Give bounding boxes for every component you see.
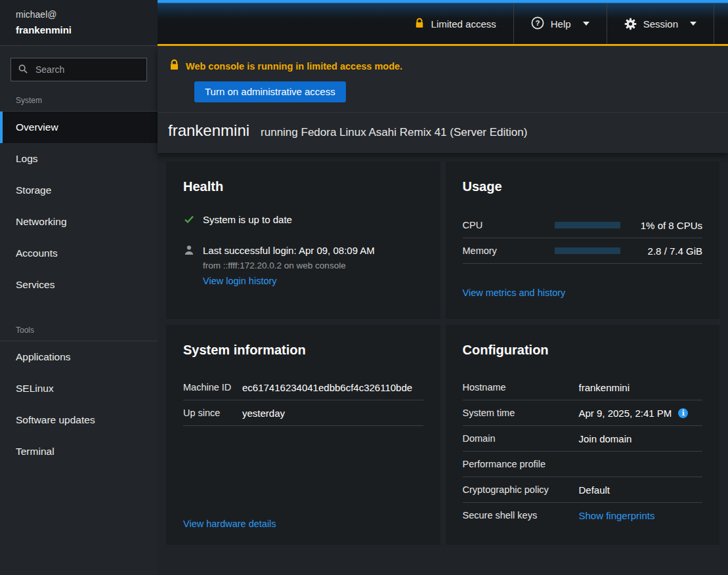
search-input[interactable] [11, 58, 147, 81]
system-time-label: System time [463, 408, 579, 418]
nav-item-label: Logs [16, 153, 38, 165]
cpu-label: CPU [463, 220, 555, 230]
memory-label: Memory [463, 245, 555, 256]
nav-item-label: Terminal [16, 446, 54, 458]
nav-item-label: Storage [16, 184, 51, 196]
sidebar-item-terminal[interactable]: Terminal [0, 436, 158, 467]
machine-id-value: ec617416234041edbb6cf4c326110bde [242, 382, 412, 393]
card-title: System information [183, 341, 423, 359]
system-info-table: Machine ID ec617416234041edbb6cf4c326110… [183, 375, 423, 426]
help-label: Help [551, 18, 571, 30]
cpu-value: 1% of 8 CPUs [620, 220, 703, 231]
nav-item-label: Applications [16, 351, 71, 363]
hostname-value: frankenmini [579, 382, 630, 393]
sidebar-item-logs[interactable]: Logs [0, 143, 158, 175]
search-icon [18, 64, 28, 76]
view-metrics-link[interactable]: View metrics and history [463, 288, 703, 298]
hostname-row: Hostname frankenmini [463, 375, 703, 400]
performance-profile-row: Performance profile [463, 452, 703, 477]
show-fingerprints-link[interactable]: Show fingerprints [579, 510, 655, 521]
turn-on-admin-access-button[interactable]: Turn on administrative access [194, 81, 346, 102]
sidebar-item-accounts[interactable]: Accounts [0, 238, 158, 269]
masthead: Limited access ? Help [158, 0, 728, 46]
ssh-keys-row: Secure shell keys Show fingerprints [463, 503, 703, 528]
nav-item-label: Accounts [16, 247, 58, 259]
view-login-history-link[interactable]: View login history [203, 276, 277, 286]
crypto-policy-row: Cryptographic policy Default [463, 477, 703, 503]
sidebar-item-applications[interactable]: Applications [0, 341, 158, 373]
crypto-policy-label: Cryptographic policy [463, 484, 579, 495]
system-time-text: Apr 9, 2025, 2:41 PM [579, 408, 672, 419]
nav-item-label: Overview [16, 121, 58, 133]
sidebar-item-overview[interactable]: Overview [0, 112, 158, 143]
domain-row: Domain Join domain [463, 426, 703, 452]
chevron-down-icon [690, 22, 696, 26]
last-login-status: Last successful login: Apr 09, 08:09 AM … [183, 244, 423, 287]
last-login-text: Last successful login: Apr 09, 08:09 AM [203, 244, 375, 257]
nav-section-title: Tools [0, 318, 158, 341]
up-since-value: yesterday [242, 408, 285, 419]
performance-profile-label: Performance profile [463, 459, 579, 469]
session-label: Session [643, 18, 678, 30]
card-title: Configuration [463, 341, 703, 359]
lock-icon [169, 59, 180, 73]
sidebar-item-software-updates[interactable]: Software updates [0, 404, 158, 436]
card-title: Usage [463, 177, 703, 196]
memory-value: 2.8 / 7.4 GiB [620, 245, 703, 257]
page-header: Web console is running in limited access… [158, 46, 728, 153]
health-card: Health System is up to date [166, 161, 440, 319]
domain-label: Domain [463, 433, 579, 444]
join-domain-action[interactable]: Join domain [579, 433, 632, 444]
limited-access-indicator[interactable]: Limited access [397, 3, 513, 44]
nav-item-label: Services [16, 279, 54, 291]
machine-id-label: Machine ID [183, 382, 242, 393]
alert-message: Web console is running in limited access… [186, 61, 402, 72]
machine-id-row: Machine ID ec617416234041edbb6cf4c326110… [183, 375, 423, 400]
usage-card: Usage CPU 1% of 8 CPUs Memory [446, 161, 720, 319]
view-hardware-details-link[interactable]: View hardware details [183, 519, 423, 529]
question-circle-icon: ? [531, 16, 544, 32]
up-since-row: Up since yesterday [183, 400, 423, 426]
cpu-usage-row: CPU 1% of 8 CPUs [463, 213, 703, 238]
hostname-label: Hostname [463, 382, 579, 393]
usage-table: CPU 1% of 8 CPUs Memory 2.8 / 7.4 GiB [463, 213, 703, 264]
sidebar-item-networking[interactable]: Networking [0, 206, 158, 238]
updates-status: System is up to date [183, 213, 423, 226]
sidebar-item-selinux[interactable]: SELinux [0, 373, 158, 404]
toolbar-divider [714, 3, 728, 44]
sidebar: michael@ frankenmini System Overview Log… [0, 0, 158, 575]
user-icon [183, 245, 194, 255]
sidebar-search [11, 58, 147, 81]
memory-progress-bar [555, 247, 620, 254]
nav-section-system: System Overview Logs Storage Networking … [0, 88, 158, 301]
session-menu[interactable]: Session [607, 3, 714, 44]
hostname-title: frankenmini [168, 121, 249, 140]
nav-item-label: Networking [16, 216, 67, 228]
help-menu[interactable]: ? Help [513, 3, 607, 44]
masthead-toolbar: Limited access ? Help [397, 3, 728, 44]
login-from-text: from ::ffff:172.20.0.2 on web console [203, 261, 375, 270]
nav-item-label: SELinux [16, 383, 54, 394]
up-to-date-text: System is up to date [203, 213, 292, 226]
configuration-card: Configuration Hostname frankenmini Syste… [446, 325, 720, 545]
nav-section-title: System [0, 88, 158, 112]
chevron-down-icon [583, 22, 589, 26]
configuration-table: Hostname frankenmini System time Apr 9, … [463, 375, 703, 528]
logged-in-user: michael@ frankenmini [0, 0, 158, 46]
memory-usage-row: Memory 2.8 / 7.4 GiB [463, 238, 703, 264]
sidebar-item-storage[interactable]: Storage [0, 175, 158, 206]
lock-icon [414, 18, 425, 30]
nav-section-tools: Tools Applications SELinux Software upda… [0, 318, 158, 467]
svg-text:?: ? [535, 19, 540, 27]
crypto-policy-value: Default [579, 484, 610, 496]
overview-cards: Health System is up to date [158, 153, 728, 575]
info-icon[interactable]: i [678, 408, 688, 418]
gear-icon [624, 18, 637, 30]
card-title: Health [183, 177, 423, 196]
sidebar-item-services[interactable]: Services [0, 269, 158, 301]
page-title: frankenmini running Fedora Linux Asahi R… [158, 113, 728, 153]
up-since-label: Up since [183, 408, 242, 418]
limited-access-alert: Web console is running in limited access… [158, 46, 728, 113]
username: michael@ [16, 7, 147, 22]
os-subtitle: running Fedora Linux Asahi Remix 41 (Ser… [261, 126, 527, 139]
